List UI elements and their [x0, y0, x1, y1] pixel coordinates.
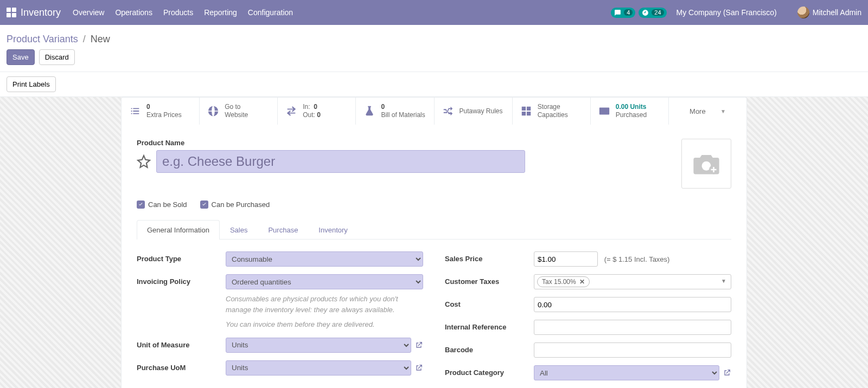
breadcrumb-row: Product Variants / New	[0, 25, 868, 49]
internal-ref-label: Internal Reference	[445, 320, 534, 331]
flask-icon	[363, 105, 375, 117]
chat-icon	[614, 9, 621, 16]
print-labels-button[interactable]: Print Labels	[7, 76, 56, 92]
can-be-sold-checkbox[interactable]: Can be Sold	[137, 201, 187, 209]
action-buttons: Save Discard	[0, 49, 868, 72]
sales-price-label: Sales Price	[445, 251, 534, 263]
stat-putaway[interactable]: Putaway Rules	[435, 98, 513, 125]
stat-extra-prices[interactable]: 0Extra Prices	[122, 98, 200, 125]
tab-sales[interactable]: Sales	[220, 220, 258, 240]
category-select[interactable]: All	[534, 365, 719, 380]
avatar-icon	[797, 7, 809, 18]
can-be-purchased-checkbox[interactable]: Can be Purchased	[200, 201, 270, 209]
transfers-icon	[285, 105, 297, 117]
apps-icon[interactable]	[7, 8, 16, 17]
nav-reporting[interactable]: Reporting	[204, 8, 237, 17]
brand[interactable]: Inventory	[21, 7, 61, 18]
uom-label: Unit of Measure	[137, 338, 226, 349]
nav-products[interactable]: Products	[163, 8, 193, 17]
stat-website[interactable]: Go toWebsite	[200, 98, 278, 125]
barcode-label: Barcode	[445, 342, 534, 354]
chevron-down-icon: ▼	[721, 278, 726, 284]
form-col-left: Product Type Consumable Invoicing Policy…	[137, 251, 423, 388]
purchase-uom-label: Purchase UoM	[137, 360, 226, 372]
sales-price-incl-taxes: (= $ 1.15 Incl. Taxes)	[604, 255, 670, 263]
customer-taxes-input[interactable]: Tax 15.00% ✕ ▼	[534, 274, 731, 289]
activities-count: 24	[652, 9, 663, 16]
stat-bom[interactable]: 0Bill of Materials	[356, 98, 434, 125]
top-nav: Inventory Overview Operations Products R…	[0, 0, 868, 25]
camera-plus-icon	[692, 151, 721, 176]
tab-general[interactable]: General Information	[137, 220, 220, 240]
category-external-link[interactable]	[723, 368, 731, 377]
check-icon	[201, 202, 207, 208]
customer-taxes-label: Customer Taxes	[445, 274, 534, 286]
favorite-star[interactable]	[137, 154, 151, 169]
uom-select[interactable]: Units	[226, 338, 411, 353]
breadcrumb-current: New	[91, 34, 110, 44]
external-link-icon	[723, 368, 731, 377]
boxes-icon	[520, 105, 532, 117]
category-label: Product Category	[445, 365, 534, 377]
messages-badge[interactable]: 4	[611, 8, 635, 18]
company-switcher[interactable]: My Company (San Francisco)	[676, 8, 777, 17]
chevron-down-icon: ▼	[720, 108, 726, 114]
card-icon	[598, 105, 610, 117]
tab-inventory[interactable]: Inventory	[308, 220, 358, 240]
user-name: Mitchell Admin	[813, 8, 861, 17]
sales-price-input[interactable]	[534, 251, 598, 267]
stat-purchased[interactable]: 0.00 UnitsPurchased	[591, 98, 669, 125]
nav-operations[interactable]: Operations	[115, 8, 152, 17]
breadcrumb-sep: /	[83, 34, 86, 44]
barcode-input[interactable]	[534, 342, 731, 358]
nav-overview[interactable]: Overview	[73, 8, 104, 17]
remove-tax-icon[interactable]: ✕	[579, 278, 585, 286]
stat-more[interactable]: More ▼	[669, 98, 746, 125]
stat-bar: 0Extra Prices Go toWebsite In: 0 Out: 0 …	[121, 97, 747, 125]
product-name-label: Product Name	[137, 139, 671, 147]
product-image-upload[interactable]	[681, 139, 731, 189]
nav-config[interactable]: Configuration	[248, 8, 293, 17]
help-text-1: Consumables are physical products for wh…	[226, 294, 423, 315]
invoicing-policy-select[interactable]: Ordered quantities	[226, 274, 423, 289]
secondary-toolbar: Print Labels	[0, 72, 868, 97]
clock-icon	[642, 9, 649, 16]
uom-external-link[interactable]	[414, 341, 423, 350]
product-name-input[interactable]	[156, 150, 525, 173]
stat-transfers[interactable]: In: 0 Out: 0	[278, 98, 356, 125]
discard-button[interactable]: Discard	[39, 49, 75, 65]
messages-count: 4	[624, 9, 633, 16]
save-button[interactable]: Save	[7, 49, 35, 65]
tabs: General Information Sales Purchase Inven…	[137, 219, 731, 240]
cost-input[interactable]	[534, 297, 731, 312]
breadcrumb-parent[interactable]: Product Variants	[7, 34, 78, 44]
form-sheet: Product Name	[121, 125, 747, 388]
stat-storage[interactable]: StorageCapacities	[513, 98, 591, 125]
list-icon	[129, 105, 141, 117]
purchase-uom-select[interactable]: Units	[226, 360, 411, 376]
cost-label: Cost	[445, 297, 534, 308]
sheet-backdrop: 0Extra Prices Go toWebsite In: 0 Out: 0 …	[0, 97, 868, 388]
star-icon	[137, 154, 151, 169]
product-type-label: Product Type	[137, 251, 226, 263]
purchase-uom-external-link[interactable]	[414, 364, 423, 372]
product-type-select[interactable]: Consumable	[226, 251, 423, 267]
tax-tag: Tax 15.00% ✕	[537, 276, 590, 287]
form-col-right: Sales Price (= $ 1.15 Incl. Taxes) Custo…	[445, 251, 731, 388]
activities-badge[interactable]: 24	[639, 8, 666, 18]
shuffle-icon	[442, 105, 454, 117]
tab-purchase[interactable]: Purchase	[258, 220, 308, 240]
help-text-2: You can invoice them before they are del…	[226, 319, 423, 330]
invoicing-policy-label: Invoicing Policy	[137, 274, 226, 286]
external-link-icon	[414, 364, 423, 372]
check-icon	[138, 202, 144, 208]
internal-ref-input[interactable]	[534, 320, 731, 335]
globe-icon	[207, 105, 219, 117]
external-link-icon	[414, 341, 423, 350]
user-menu[interactable]: Mitchell Admin	[797, 7, 861, 18]
